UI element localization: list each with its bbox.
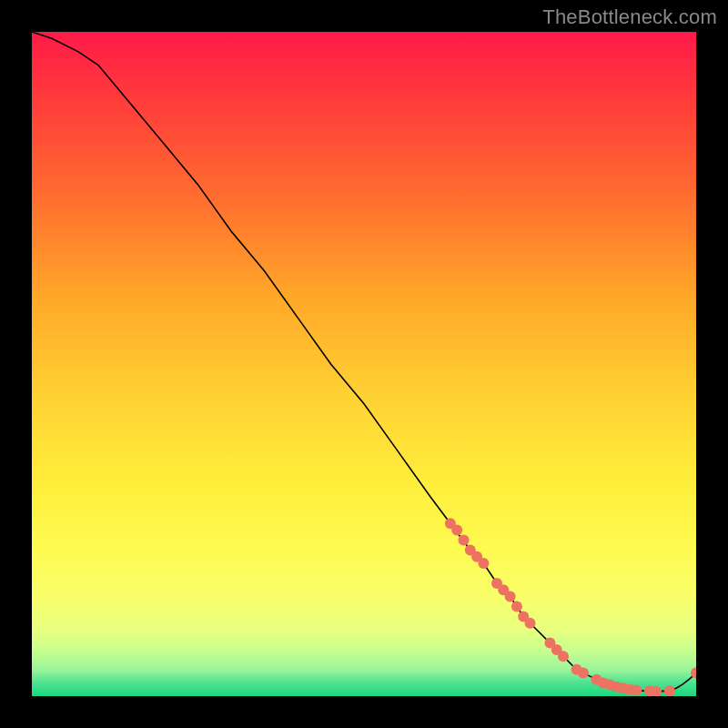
watermark-text: TheBottleneck.com — [542, 5, 717, 29]
data-marker — [578, 667, 589, 678]
plot-area — [32, 32, 696, 696]
data-marker — [505, 592, 516, 602]
data-marker — [451, 525, 462, 536]
data-marker — [511, 601, 522, 612]
chart-frame: TheBottleneck.com — [0, 0, 728, 728]
data-marker — [631, 684, 642, 695]
data-marker — [478, 558, 489, 569]
data-marker — [558, 651, 569, 662]
data-marker — [459, 534, 470, 545]
data-marker — [664, 685, 675, 696]
bottleneck-curve — [32, 32, 696, 692]
data-marker — [525, 618, 536, 629]
chart-svg — [32, 32, 696, 696]
